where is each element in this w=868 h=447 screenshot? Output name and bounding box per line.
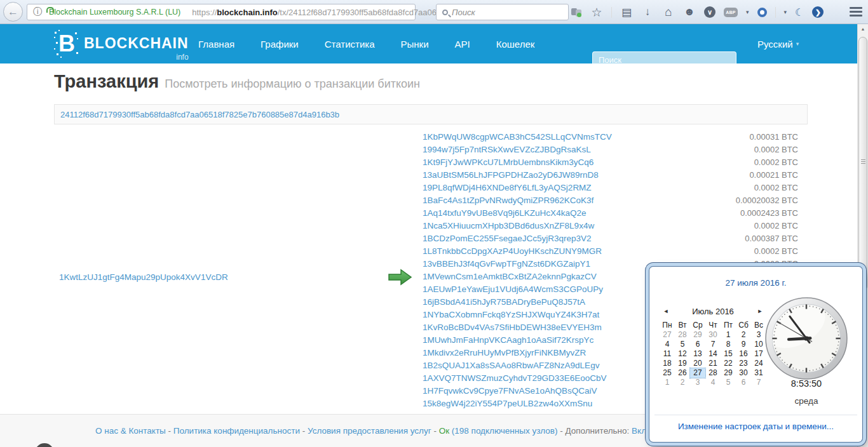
calendar-day-cell[interactable]: 16 xyxy=(736,349,751,359)
calendar-day-cell[interactable]: 23 xyxy=(736,359,751,368)
output-address-link[interactable]: 1KvRoBcBDv4VAs7SfiHbDEWH38eEVYEH3m xyxy=(423,321,602,334)
calendar-day-cell[interactable]: 29 xyxy=(721,368,736,378)
calendar-day-cell[interactable]: 20 xyxy=(690,359,705,368)
output-address-link[interactable]: 1BaFc4As1tZpPvNRwdyQmiZPR962KCoK3f xyxy=(423,194,593,207)
extension-icon[interactable] xyxy=(571,8,582,17)
reading-list-icon[interactable]: ▤ xyxy=(620,6,633,19)
output-address-link[interactable]: 1Nca5XHiuucmXHpb3DBd6dusXnZF8L9x4w xyxy=(423,220,594,232)
calendar-day-cell[interactable]: 28 xyxy=(705,368,721,378)
pocket-icon[interactable]: ∨ xyxy=(704,6,715,18)
nav-link[interactable]: Рынки xyxy=(401,39,429,50)
url-text[interactable]: https://blockchain.info/tx/24112f68d7179… xyxy=(192,8,438,17)
password-manager-icon[interactable] xyxy=(757,8,767,17)
output-address-link[interactable]: 1NYbaCXobmnFckq8YzSHJXWquYZ4K3H7at xyxy=(423,309,599,321)
calendar-day-cell[interactable]: 26 xyxy=(675,368,690,378)
calendar-day-cell[interactable]: 1 xyxy=(660,378,675,387)
footer-terms-link[interactable]: Условия предоставления услуг xyxy=(308,426,431,436)
output-address-link[interactable]: 1Kt9FjYJwWPKcU7LMrbUembnsKikm3yCq6 xyxy=(423,156,593,169)
adblock-caret-icon[interactable]: ▾ xyxy=(746,9,749,15)
menu-hamburger-icon[interactable] xyxy=(850,7,862,16)
calendar-prev-icon[interactable]: ◄ xyxy=(660,308,672,314)
calendar-day-cell[interactable]: 3 xyxy=(690,378,705,387)
crescent-extension-icon[interactable]: ☾ xyxy=(795,6,804,18)
calendar-day-cell[interactable]: 28 xyxy=(675,330,690,340)
calendar-day-cell[interactable]: 4 xyxy=(705,378,721,387)
calendar-day-cell[interactable]: 22 xyxy=(721,359,736,368)
calendar-day-cell[interactable]: 5 xyxy=(721,378,736,387)
calendar-day-cell[interactable]: 27 xyxy=(690,368,705,378)
nav-link[interactable]: API xyxy=(455,39,470,50)
adblock-icon[interactable]: ABP xyxy=(724,8,738,17)
downloads-icon[interactable]: ↓ xyxy=(641,6,654,18)
site-search-input[interactable]: Поиск xyxy=(592,51,736,69)
calendar-day-cell[interactable]: 30 xyxy=(736,368,751,378)
output-address-link[interactable]: 13aUBtSM56LhJFPGPDHZao2yD6JW89rnD8 xyxy=(423,169,599,182)
back-button[interactable]: ← xyxy=(3,2,23,22)
calendar-day-cell[interactable]: 9 xyxy=(736,340,751,349)
url-bar[interactable]: ⓘ Blockchain Luxembourg S.A.R.L (LU) htt… xyxy=(27,4,416,20)
output-address-link[interactable]: 1H7FqvwkCv9Cpye7FNvASe1oAhQBsQCaiV xyxy=(423,385,597,397)
browser-search-placeholder: Поиск xyxy=(452,8,475,17)
home-icon[interactable]: ⌂ xyxy=(662,5,675,19)
calendar-day-cell[interactable]: 25 xyxy=(660,368,675,378)
calendar-day-cell[interactable]: 19 xyxy=(675,359,690,368)
calendar-day-cell[interactable]: 2 xyxy=(675,378,690,387)
footer-nodes-link[interactable]: (198 подключенных узлов) xyxy=(452,426,558,436)
overflow-caret-icon[interactable]: ▾ xyxy=(784,9,787,15)
output-address-link[interactable]: 1Mkdivx2eRruHUyMvPfBXjyrFiNKBMyvZR xyxy=(423,347,586,359)
output-address-link[interactable]: 1BCDzPomEC255FsegaeJCc5yjR3qrep3V2 xyxy=(423,232,592,245)
output-address-link[interactable]: 15k8egW4j22iY554P7peULB2zw4oXXmSnu xyxy=(423,397,592,410)
blockchain-logo[interactable]: B BLOCKCHAIN info xyxy=(53,29,189,62)
output-address-link[interactable]: 1B2sQUAJ1Xa8sSAAo8RbwAFZ8NzA9dLEgv xyxy=(423,359,599,372)
language-selector[interactable]: Русский▾ xyxy=(757,24,799,63)
calendar-day-cell[interactable]: 12 xyxy=(675,349,690,359)
calendar-day-cell[interactable]: 13 xyxy=(690,349,705,359)
calendar-day-cell[interactable]: 2 xyxy=(736,330,751,340)
calendar-day-cell[interactable]: 11 xyxy=(660,349,675,359)
calendar-day-cell[interactable]: 5 xyxy=(675,340,690,349)
calendar-day-cell[interactable]: 7 xyxy=(705,340,721,349)
calendar-day-cell[interactable]: 27 xyxy=(660,330,675,340)
calendar-day-cell[interactable]: 30 xyxy=(705,330,721,340)
calendar-day-cell[interactable]: 1 xyxy=(721,330,736,340)
output-address-link[interactable]: 1MUwhJmFaHnpVKCAagh1oAaSif72KrspYc xyxy=(423,334,593,347)
output-address-link[interactable]: 1KbPWqUW8cgpWCAB3hC542SLLqCVNmsTCV xyxy=(423,131,612,143)
input-address-link[interactable]: 1KwtLzUJ1gtFg4Mapu29pUpok4XvV1VcDR xyxy=(59,272,228,282)
nav-link[interactable]: Кошелек xyxy=(496,39,535,50)
security-label[interactable]: Blockchain Luxembourg S.A.R.L (LU) xyxy=(49,8,180,17)
output-address-link[interactable]: 1MVewnCsm1eAmktBCxBtZA2eknnPgkazCV xyxy=(423,270,597,283)
calendar-day-cell[interactable]: 29 xyxy=(690,330,705,340)
calendar-month-label[interactable]: Июль 2016 xyxy=(672,307,754,316)
output-address-link[interactable]: 1Aq14txfuY9vUBe8Vq9j6LKZuHcX4kaQ2e xyxy=(423,207,586,220)
scroll-up-icon[interactable]: ▲ xyxy=(858,24,868,34)
calendar-day-cell[interactable]: 14 xyxy=(705,349,721,359)
calendar-day-cell[interactable]: 6 xyxy=(736,378,751,387)
calendar-day-cell[interactable]: 15 xyxy=(721,349,736,359)
output-address-link[interactable]: 1AXVQ7TNWSZmuzCyhdvT29GD33E6EooCbV xyxy=(423,372,607,385)
page-info-icon[interactable]: ⓘ xyxy=(33,6,42,18)
calendar-day-cell[interactable]: 21 xyxy=(705,359,721,368)
output-address-link[interactable]: 19PL8qfWDj4H6XNDe8fY6LfL3yAQSj2RMZ xyxy=(423,182,592,194)
feedback-smiley-icon[interactable]: ☻ xyxy=(683,6,696,18)
nav-link[interactable]: Главная xyxy=(198,39,234,50)
footer-about-link[interactable]: О нас & Контакты xyxy=(95,426,166,436)
calendar-day-cell[interactable]: 8 xyxy=(721,340,736,349)
output-address-link[interactable]: 13vBBEhJ3f4qGvFwpTFgNZst6DKGZaipY1 xyxy=(423,258,590,270)
tx-hash-link[interactable]: 24112f68d7179930ff5ab68fda8fcd7aa06518f7… xyxy=(60,110,339,119)
nav-link[interactable]: Статистика xyxy=(325,39,375,50)
calendar-day-cell[interactable]: 6 xyxy=(690,340,705,349)
calendar-day-cell[interactable]: 4 xyxy=(660,340,675,349)
footer-privacy-link[interactable]: Политика конфиденциальности xyxy=(173,426,300,436)
output-address-link[interactable]: 1AEUwP1eYawEju1VUdj6A4WcmS3CGPoUPy xyxy=(423,283,603,296)
change-datetime-settings-link[interactable]: Изменение настроек даты и времени... xyxy=(649,422,862,431)
logo-text: BLOCKCHAIN xyxy=(84,34,189,53)
forward-circle-icon[interactable]: ❯ xyxy=(812,6,824,18)
bookmark-star-icon[interactable]: ☆ xyxy=(590,5,603,20)
output-address-link[interactable]: 1L8TnkbbCcDpgXAzP4UoyHKschZUNY9MGR xyxy=(423,245,602,258)
scrollbar-thumb[interactable] xyxy=(858,37,867,291)
browser-search-input[interactable]: Поиск xyxy=(436,4,569,20)
output-address-link[interactable]: 16jBSbdA41i5hJyR75BADryBePuQ8J57tA xyxy=(423,296,585,309)
nav-link[interactable]: Графики xyxy=(261,39,299,50)
calendar-day-cell[interactable]: 18 xyxy=(660,359,675,368)
output-address-link[interactable]: 1994w7j5Fp7ntRSkXwvEVZcZJBDgRsaKsL xyxy=(423,143,591,156)
